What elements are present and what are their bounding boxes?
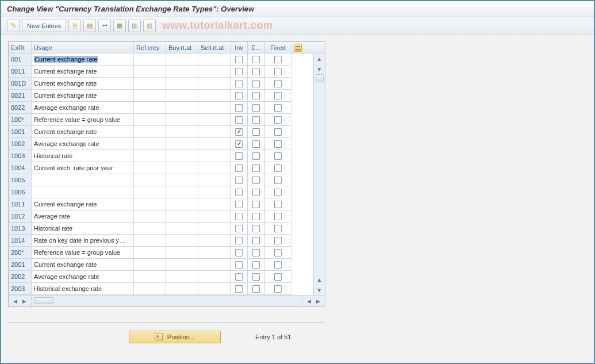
cell-inv[interactable] — [231, 186, 248, 198]
cell-sellrtat[interactable] — [198, 138, 231, 150]
cell-usage[interactable] — [32, 186, 134, 198]
checkbox[interactable]: ✓ — [235, 128, 243, 136]
checkbox[interactable] — [274, 92, 282, 99]
cell-buyrtat[interactable] — [166, 162, 198, 174]
cell-sellrtat[interactable] — [198, 271, 231, 283]
cell-refcrcy[interactable] — [134, 198, 166, 210]
cell-sellrtat[interactable] — [198, 102, 231, 114]
checkbox[interactable] — [252, 140, 260, 148]
scroll-down-bottom-icon[interactable]: ▼ — [314, 285, 325, 295]
checkbox[interactable] — [274, 261, 282, 269]
cell-inv[interactable] — [231, 53, 248, 66]
cell-emu[interactable] — [248, 198, 265, 210]
vertical-scrollbar[interactable]: ▲ ▼ ▲ ▼ — [313, 53, 325, 295]
checkbox[interactable] — [235, 56, 243, 63]
cell-emu[interactable] — [248, 186, 265, 198]
cell-emu[interactable] — [248, 114, 265, 126]
col-header-buyrtat[interactable]: Buy.rt.at — [166, 42, 198, 53]
copy-as-button[interactable]: ⎘ — [68, 20, 81, 32]
cell-emu[interactable] — [248, 78, 265, 90]
delete-button[interactable]: ▤ — [83, 20, 96, 32]
hscroll-right-icon[interactable]: ▶ — [21, 297, 29, 305]
cell-buyrtat[interactable] — [166, 114, 198, 126]
cell-fixed[interactable] — [265, 235, 291, 247]
hscroll-track[interactable] — [32, 296, 302, 306]
hscroll-left-icon[interactable]: ◀ — [11, 297, 20, 305]
table-row[interactable]: 1012Average rate — [9, 210, 325, 223]
cell-refcrcy[interactable] — [134, 210, 166, 223]
checkbox[interactable] — [252, 237, 260, 244]
cell-refcrcy[interactable] — [134, 174, 166, 186]
cell-buyrtat[interactable] — [166, 174, 198, 186]
checkbox[interactable] — [235, 68, 243, 75]
cell-refcrcy[interactable] — [134, 78, 166, 90]
cell-sellrtat[interactable] — [198, 162, 231, 174]
cell-usage[interactable]: Average exchange rate — [32, 138, 134, 150]
checkbox[interactable] — [274, 104, 282, 112]
checkbox[interactable] — [274, 152, 282, 160]
new-entries-button[interactable]: New Entries — [22, 20, 66, 32]
table-row[interactable]: 1002Average exchange rate✓ — [9, 138, 325, 150]
checkbox[interactable] — [252, 213, 260, 220]
cell-fixed[interactable] — [265, 223, 291, 235]
table-row[interactable]: 1011Current exchange rate — [9, 198, 325, 210]
cell-buyrtat[interactable] — [166, 186, 198, 198]
checkbox[interactable] — [274, 116, 282, 124]
scroll-thumb[interactable] — [316, 74, 324, 82]
cell-emu[interactable] — [248, 259, 265, 271]
cell-refcrcy[interactable] — [134, 126, 166, 138]
checkbox[interactable] — [274, 213, 282, 220]
cell-buyrtat[interactable] — [166, 259, 198, 271]
cell-buyrtat[interactable] — [166, 53, 198, 66]
cell-exrt[interactable]: 1011 — [9, 198, 32, 210]
cell-emu[interactable] — [248, 174, 265, 186]
table-row[interactable]: 1001Current exchange rate✓ — [9, 126, 325, 138]
table-row[interactable]: 2002Average exchange rate — [9, 271, 325, 283]
cell-refcrcy[interactable] — [134, 150, 166, 162]
checkbox[interactable] — [235, 201, 243, 208]
checkbox[interactable] — [252, 177, 260, 184]
cell-refcrcy[interactable] — [134, 247, 166, 259]
checkbox[interactable] — [235, 104, 243, 112]
cell-fixed[interactable] — [265, 114, 291, 126]
table-row[interactable]: 0011Current exchange rate — [9, 66, 325, 78]
scroll-up-bottom-icon[interactable]: ▲ — [314, 274, 325, 285]
cell-fixed[interactable] — [265, 53, 291, 66]
undo-button[interactable]: ↩ — [98, 20, 111, 32]
table-row[interactable]: 2003Historical exchange rate — [9, 283, 325, 295]
cell-exrt[interactable]: 0022 — [9, 102, 32, 114]
cell-inv[interactable] — [231, 102, 248, 114]
cell-inv[interactable] — [231, 223, 248, 235]
checkbox[interactable] — [274, 164, 282, 172]
cell-refcrcy[interactable] — [134, 90, 166, 102]
cell-inv[interactable] — [231, 247, 248, 259]
cell-inv[interactable] — [231, 114, 248, 126]
hscroll-left2-icon[interactable]: ◀ — [305, 297, 313, 305]
cell-inv[interactable] — [231, 150, 248, 162]
cell-fixed[interactable] — [265, 259, 291, 271]
cell-refcrcy[interactable] — [134, 186, 166, 198]
cell-exrt[interactable]: 200* — [9, 247, 32, 259]
cell-exrt[interactable]: 2001 — [9, 259, 32, 271]
cell-exrt[interactable]: 1014 — [9, 235, 32, 247]
position-button[interactable]: Position... — [129, 331, 221, 343]
cell-exrt[interactable]: 1001 — [9, 126, 32, 138]
cell-buyrtat[interactable] — [166, 283, 198, 295]
cell-inv[interactable] — [231, 259, 248, 271]
cell-refcrcy[interactable] — [134, 235, 166, 247]
col-header-sellrtat[interactable]: Sell.rt.at — [198, 42, 231, 53]
scroll-up-icon[interactable]: ▲ — [314, 53, 325, 64]
cell-emu[interactable] — [248, 247, 265, 259]
checkbox[interactable] — [252, 152, 260, 160]
checkbox[interactable] — [252, 80, 260, 87]
cell-usage[interactable]: Historical rate — [32, 223, 134, 235]
checkbox[interactable] — [235, 177, 243, 184]
cell-inv[interactable] — [231, 162, 248, 174]
checkbox[interactable] — [252, 273, 260, 281]
cell-refcrcy[interactable] — [134, 283, 166, 295]
cell-exrt[interactable]: 1013 — [9, 223, 32, 235]
cell-emu[interactable] — [248, 162, 265, 174]
table-row[interactable]: 0021Current exchange rate — [9, 90, 325, 102]
checkbox[interactable] — [235, 249, 243, 256]
cell-buyrtat[interactable] — [166, 223, 198, 235]
